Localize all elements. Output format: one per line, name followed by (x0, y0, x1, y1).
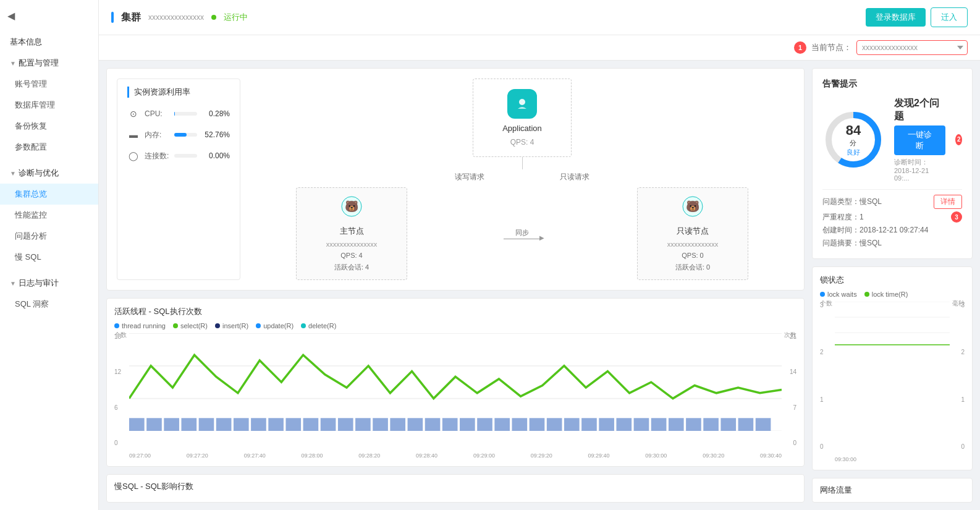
sync-label: 同步 (515, 228, 529, 237)
sidebar-item-issues[interactable]: 问题分析 (0, 226, 98, 247)
resource-title: 实例资源利用率 (127, 87, 230, 98)
svg-rect-33 (530, 418, 545, 431)
active-threads-svg (129, 333, 782, 431)
svg-rect-15 (216, 418, 232, 431)
legend-select: select(R) (173, 322, 208, 329)
severity-row: 严重程度：1 3 (822, 211, 962, 223)
cpu-value: 0.28% (202, 109, 230, 118)
donut-center: 84 分 良好 (846, 122, 861, 157)
connections-icon: ◯ (127, 150, 140, 162)
sidebar-item-param[interactable]: 参数配置 (0, 137, 98, 158)
node-select[interactable]: xxxxxxxxxxxxxxx (856, 40, 968, 55)
header-left: 集群 xxxxxxxxxxxxxxx 运行中 (111, 11, 248, 24)
sidebar-item-database[interactable]: 数据库管理 (0, 95, 98, 116)
alert-details: 问题类型：慢SQL 详情 严重程度：1 3 创建时间：2018-12-21 09… (822, 189, 962, 249)
svg-rect-17 (251, 418, 266, 431)
svg-rect-41 (669, 418, 684, 431)
svg-rect-27 (425, 418, 441, 431)
legend-dot-thread (114, 323, 119, 328)
diagnose-button[interactable]: 一键诊断 (894, 125, 945, 155)
memory-bar-fill (174, 133, 187, 137)
resource-card: 实例资源利用率 ⊙ CPU: 0.28% ▬ 内存: (117, 79, 240, 280)
topology-card: 实例资源利用率 ⊙ CPU: 0.28% ▬ 内存: (106, 68, 805, 291)
sidebar-toggle[interactable]: ◀ (0, 0, 98, 32)
diagnose-time: 诊断时间： 2018-12-21 09:... (894, 158, 945, 182)
donut-chart: 84 分 良好 (822, 109, 884, 171)
master-db-icon: 🐻 (340, 195, 363, 222)
readonly-node-ip: xxxxxxxxxxxxxxx (667, 240, 719, 248)
severity-label: 严重程度：1 (822, 212, 864, 223)
sidebar-config-management[interactable]: ▼ 配置与管理 (0, 53, 98, 74)
app-name: Application (502, 124, 542, 133)
master-node-title: 主节点 (340, 226, 364, 237)
active-threads-chart-area: 个数 次数 181260 211470 (114, 333, 796, 459)
svg-rect-45 (738, 418, 754, 431)
svg-rect-38 (616, 418, 632, 431)
master-node-ip: xxxxxxxxxxxxxxx (326, 240, 378, 248)
svg-rect-37 (599, 418, 614, 431)
svg-rect-11 (146, 418, 162, 431)
donut-label: 良好 (846, 148, 861, 157)
svg-rect-26 (408, 418, 423, 431)
connector-v-top (522, 157, 523, 169)
detail-button[interactable]: 详情 (934, 195, 962, 209)
readonly-db-icon: 🐻 (682, 195, 704, 222)
sidebar-item-performance[interactable]: 性能监控 (0, 205, 98, 226)
read-only-label: 只读请求 (560, 172, 589, 182)
svg-rect-25 (390, 418, 405, 431)
sidebar: ◀ 基本信息 ▼ 配置与管理 账号管理 数据库管理 备份恢复 参数配置 ▼ 诊断… (0, 0, 99, 510)
y-right-labels: 211470 (790, 333, 796, 446)
active-threads-title: 活跃线程 - SQL执行次数 (114, 306, 796, 317)
cpu-bar (174, 112, 197, 116)
svg-text:🐻: 🐻 (686, 200, 700, 213)
sidebar-diagnosis[interactable]: ▼ 诊断与优化 (0, 163, 98, 184)
memory-value: 52.76% (202, 130, 230, 139)
alert-card: 告警提示 84 分 良好 (812, 68, 973, 259)
svg-rect-13 (181, 418, 196, 431)
content-area: 实例资源利用率 ⊙ CPU: 0.28% ▬ 内存: (99, 61, 980, 510)
connections-label: 连接数: (145, 151, 169, 161)
enter-button[interactable]: 迁入 (931, 7, 968, 27)
slow-sql-label: 慢SQL - SQL影响行数 (114, 481, 193, 492)
alert-title: 告警提示 (822, 79, 962, 90)
readonly-node-title: 只读节点 (677, 226, 709, 237)
issue-type-label: 问题类型：慢SQL (822, 197, 882, 207)
alert-issues: 发现2个问题 一键诊断 诊断时间： 2018-12-21 09:... (894, 97, 945, 182)
sidebar-item-account[interactable]: 账号管理 (0, 74, 98, 95)
badge-2: 2 (955, 134, 962, 145)
lock-legend: lock waits lock time(R) (820, 291, 965, 298)
sync-line (504, 239, 541, 239)
sidebar-item-cluster-overview[interactable]: 集群总览 (0, 184, 98, 205)
master-node-qps: QPS: 4 (340, 252, 362, 259)
legend-dot-lock-waits (820, 292, 825, 297)
memory-item: ▬ 内存: 52.76% (127, 129, 230, 141)
legend-dot-select (173, 323, 178, 328)
legend-insert: insert(R) (215, 322, 248, 329)
badge-1: 1 (794, 41, 806, 54)
left-panel: 实例资源利用率 ⊙ CPU: 0.28% ▬ 内存: (106, 68, 805, 503)
cpu-label: CPU: (145, 109, 169, 118)
svg-rect-46 (756, 418, 771, 431)
network-label: 网络流量 (820, 485, 852, 495)
svg-rect-42 (686, 418, 701, 431)
login-db-button[interactable]: 登录数据库 (866, 8, 926, 27)
app-node: Application QPS: 4 (473, 79, 572, 157)
cpu-item: ⊙ CPU: 0.28% (127, 108, 230, 120)
sidebar-item-sql-insight[interactable]: SQL 洞察 (0, 294, 98, 315)
sidebar-basic-info[interactable]: 基本信息 (0, 32, 98, 53)
header: 集群 xxxxxxxxxxxxxxx 运行中 登录数据库 迁入 (99, 0, 980, 35)
network-card: 网络流量 (812, 478, 973, 503)
svg-rect-31 (494, 418, 510, 431)
svg-rect-40 (651, 418, 667, 431)
charts-row: 活跃线程 - SQL执行次数 thread running select(R) (106, 298, 805, 467)
active-threads-chart: 活跃线程 - SQL执行次数 thread running select(R) (106, 298, 805, 467)
sidebar-item-slow-sql[interactable]: 慢 SQL (0, 247, 98, 268)
create-time-label: 创建时间：2018-12-21 09:27:44 (822, 225, 928, 236)
sidebar-item-backup[interactable]: 备份恢复 (0, 116, 98, 137)
issue-summary-label: 问题摘要：慢SQL (822, 238, 882, 249)
sidebar-log-audit[interactable]: ▼ 日志与审计 (0, 273, 98, 294)
svg-rect-20 (303, 418, 319, 431)
create-time-row: 创建时间：2018-12-21 09:27:44 (822, 225, 962, 236)
readonly-node-sessions: 活跃会话: 0 (675, 263, 710, 272)
lock-state-card: 锁状态 lock waits lock time(R) 个数 毫秒 32 (812, 266, 973, 470)
